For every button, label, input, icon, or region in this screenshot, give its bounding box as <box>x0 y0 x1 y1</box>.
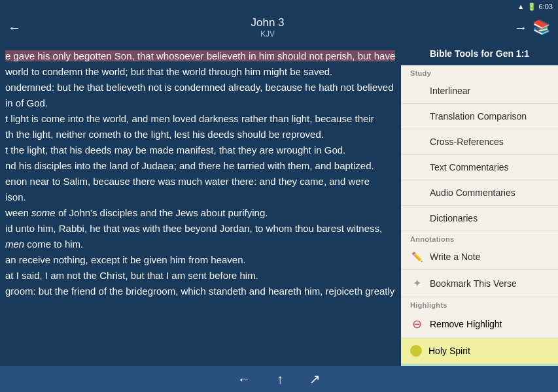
star-icon: ✦ <box>410 277 423 289</box>
highlights-section-label: Highlights <box>401 297 558 310</box>
up-button[interactable]: ↑ <box>277 372 283 387</box>
nav-right: → 📚 <box>514 19 550 36</box>
remove-highlight-label: Remove Highlight <box>430 319 549 329</box>
book-icon[interactable]: 📚 <box>532 19 550 36</box>
verse-line-15: groom: but the friend of the bridegroom,… <box>5 284 396 299</box>
verse-line-5: th the light, neither cometh to the ligh… <box>5 127 396 142</box>
sidebar-item-audio-commentaries[interactable]: Audio Commentaries <box>401 180 558 206</box>
verse-line-6: t the light, that his deeds may be made … <box>5 142 396 158</box>
bookmark-label: Bookmark This Verse <box>430 278 549 289</box>
verse-line-9: ison. <box>5 189 396 205</box>
sidebar-item-write-note[interactable]: ✏️ Write a Note <box>401 244 558 270</box>
verse-line-1: e gave his only begotten Son, that whoso… <box>5 48 396 64</box>
verse-line-7: nd his disciples into the land of Judaea… <box>5 158 396 174</box>
sidebar-item-holy-spirit[interactable]: Holy Spirit <box>401 338 558 364</box>
pencil-icon: ✏️ <box>410 252 423 262</box>
back-button[interactable]: ← <box>237 372 251 387</box>
verse-line-10: ween some of John's disciples and the Je… <box>5 205 396 221</box>
sidebar-item-interlinear[interactable]: Interlinear <box>401 78 558 104</box>
sidebar-item-text-commentaries[interactable]: Text Commentaries <box>401 155 558 180</box>
share-button[interactable]: ↗ <box>309 371 321 387</box>
holy-spirit-color-dot <box>410 345 422 357</box>
text-commentaries-label: Text Commentaries <box>430 162 549 172</box>
verse-line-14: at I said, I am not the Christ, but that… <box>5 268 396 284</box>
main-layout: e gave his only begotten Son, that whoso… <box>0 42 558 366</box>
chapter-title: John 3 <box>251 16 284 29</box>
status-bar: ▲ 🔋 6:03 <box>0 0 558 13</box>
write-note-label: Write a Note <box>430 252 549 262</box>
verse-line-13: an receive nothing, except it be given h… <box>5 252 396 268</box>
battery-icon: 🔋 <box>527 3 536 11</box>
remove-highlight-icon: ⊖ <box>410 317 423 331</box>
sidebar-header: Bible Tools for Gen 1:1 <box>401 42 558 65</box>
wifi-icon: ▲ <box>517 3 525 10</box>
translation-comparison-label: Translation Comparison <box>430 111 549 122</box>
next-chapter-button[interactable]: → <box>514 20 527 35</box>
holy-spirit-label: Holy Spirit <box>428 346 549 356</box>
app-header: ← John 3 KJV → 📚 <box>0 13 558 42</box>
cross-references-label: Cross-References <box>430 137 549 147</box>
bible-text-panel[interactable]: e gave his only begotten Son, that whoso… <box>0 42 401 366</box>
sidebar: Bible Tools for Gen 1:1 Study Interlinea… <box>401 42 558 366</box>
status-icons: ▲ 🔋 6:03 <box>517 3 553 11</box>
sidebar-item-cross-references[interactable]: Cross-References <box>401 129 558 155</box>
bottom-toolbar: ← ↑ ↗ <box>0 366 558 392</box>
audio-commentaries-label: Audio Commentaries <box>430 188 549 198</box>
sidebar-item-dictionaries[interactable]: Dictionaries <box>401 206 558 231</box>
prev-chapter-button[interactable]: ← <box>8 20 21 35</box>
sidebar-item-grace[interactable]: Grace <box>401 364 558 366</box>
chapter-info: John 3 KJV <box>251 16 284 39</box>
time-display: 6:03 <box>539 3 553 10</box>
verse-line-3: ondemned: but he that believeth not is c… <box>5 80 396 111</box>
verse-line-2: world to condemn the world; but that the… <box>5 64 396 80</box>
translation-label: KJV <box>251 29 284 39</box>
sidebar-title: Bible Tools for Gen 1:1 <box>430 48 529 59</box>
verse-line-12: men come to him. <box>5 237 396 252</box>
sidebar-item-remove-highlight[interactable]: ⊖ Remove Highlight <box>401 310 558 338</box>
annotations-section-label: Annotations <box>401 231 558 244</box>
interlinear-label: Interlinear <box>430 86 549 96</box>
study-section-label: Study <box>401 65 558 78</box>
sidebar-item-translation-comparison[interactable]: Translation Comparison <box>401 104 558 129</box>
nav-left: ← <box>8 20 21 35</box>
verse-line-8: enon near to Salim, because there was mu… <box>5 174 396 189</box>
verse-line-11: id unto him, Rabbi, he that was with the… <box>5 221 396 237</box>
sidebar-item-bookmark[interactable]: ✦ Bookmark This Verse <box>401 270 558 297</box>
verse-line-4: t light is come into the world, and men … <box>5 111 396 127</box>
dictionaries-label: Dictionaries <box>430 213 549 223</box>
